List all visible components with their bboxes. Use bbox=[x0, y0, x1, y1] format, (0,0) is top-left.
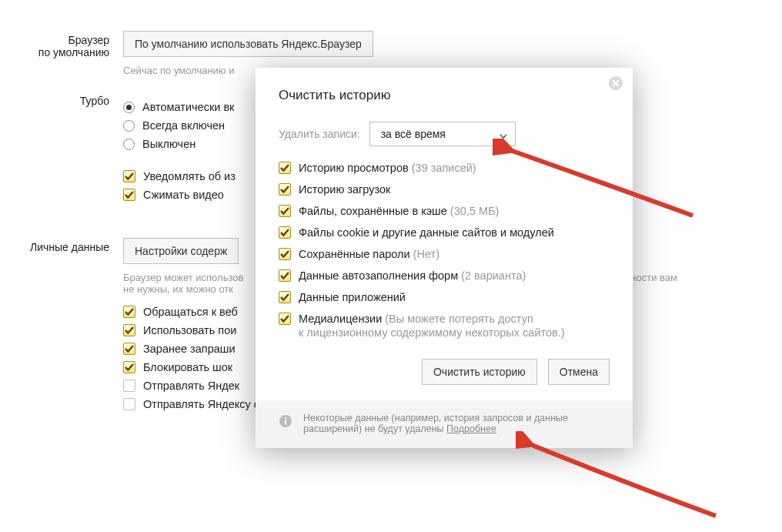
clear-items-list: Историю просмотров (39 записей)Историю з… bbox=[279, 162, 610, 339]
checkbox-icon bbox=[279, 313, 291, 325]
clear-item-label: Сохранённые пароли (Нет) bbox=[299, 248, 439, 260]
radio-label: Всегда включен bbox=[142, 119, 225, 132]
clear-history-modal: Очистить историю Удалить записи: за всё … bbox=[256, 68, 633, 448]
modal-title: Очистить историю bbox=[279, 88, 610, 103]
checkbox-icon bbox=[279, 291, 291, 303]
checkbox-icon bbox=[279, 205, 291, 217]
checkbox-icon bbox=[279, 248, 291, 260]
footer-text-body: Некоторые данные (например, история запр… bbox=[303, 413, 568, 434]
svg-rect-2 bbox=[285, 420, 286, 425]
checkbox-icon bbox=[279, 226, 291, 239]
radio-label: Выключен bbox=[142, 138, 196, 150]
clear-item[interactable]: Историю просмотров (39 записей) bbox=[279, 162, 610, 174]
checkbox-icon bbox=[123, 398, 135, 410]
label-default-browser: Браузер по умолчанию bbox=[0, 31, 123, 76]
modal-footer: Некоторые данные (например, история запр… bbox=[256, 400, 633, 448]
clear-history-button[interactable]: Очистить историю bbox=[422, 359, 537, 385]
time-range-label: Удалить записи: bbox=[279, 128, 360, 140]
clear-item-label: Файлы cookie и другие данные сайтов и мо… bbox=[299, 226, 554, 239]
clear-item[interactable]: Данные автозаполнения форм (2 варианта) bbox=[279, 269, 610, 282]
clear-item-label: Файлы, сохранённые в кэше (30,5 МБ) bbox=[299, 205, 499, 217]
info-icon bbox=[279, 414, 292, 428]
checkbox-icon bbox=[123, 343, 135, 355]
clear-item[interactable]: Данные приложений bbox=[279, 291, 610, 303]
radio-label: Автоматически вк bbox=[142, 101, 234, 113]
clear-item[interactable]: Медиалицензии (Вы можете потерять доступ… bbox=[279, 313, 610, 339]
clear-item-label: Историю загрузок bbox=[299, 183, 390, 196]
radio-icon bbox=[123, 102, 135, 113]
radio-icon bbox=[123, 120, 135, 132]
clear-item[interactable]: Файлы cookie и другие данные сайтов и мо… bbox=[279, 226, 610, 239]
clear-item-label: Медиалицензии (Вы можете потерять доступ… bbox=[299, 313, 565, 339]
close-icon[interactable] bbox=[608, 75, 623, 91]
check-label: Использовать пои bbox=[143, 324, 236, 336]
content-settings-button[interactable]: Настройки содерж bbox=[123, 238, 239, 264]
clear-item[interactable]: Сохранённые пароли (Нет) bbox=[279, 248, 610, 260]
check-label: Сжимать видео bbox=[143, 189, 224, 201]
checkbox-icon bbox=[123, 170, 135, 182]
checkbox-icon bbox=[279, 269, 291, 282]
cancel-button[interactable]: Отмена bbox=[548, 359, 610, 385]
check-label: Блокировать шок bbox=[143, 361, 232, 373]
learn-more-link[interactable]: Подробнее bbox=[446, 423, 496, 434]
check-label: Уведомлять об из bbox=[143, 170, 236, 182]
checkbox-icon bbox=[123, 361, 135, 373]
label-turbo: Турбо bbox=[0, 95, 123, 207]
clear-item-label: Историю просмотров (39 записей) bbox=[299, 162, 476, 174]
footer-text: Некоторые данные (например, история запр… bbox=[303, 413, 610, 434]
clear-item-label: Данные автозаполнения форм (2 варианта) bbox=[299, 269, 526, 282]
select-value: за всё время bbox=[381, 128, 446, 140]
check-label: Обращаться к веб bbox=[143, 306, 238, 318]
checkbox-icon bbox=[279, 162, 291, 174]
set-default-browser-button[interactable]: По умолчанию использовать Яндекс.Браузер bbox=[123, 31, 373, 57]
time-range-select[interactable]: за всё время bbox=[369, 122, 516, 146]
check-label: Отправлять Яндек bbox=[143, 380, 239, 392]
svg-rect-3 bbox=[285, 417, 286, 419]
modal-actions: Очистить историю Отмена bbox=[279, 359, 610, 385]
personal-hint-left: Браузер может использов не нужны, их мож… bbox=[123, 272, 243, 295]
clear-item[interactable]: Файлы, сохранённые в кэше (30,5 МБ) bbox=[279, 205, 610, 217]
label-personal: Личные данные bbox=[0, 238, 123, 417]
checkbox-icon bbox=[123, 306, 135, 318]
clear-item[interactable]: Историю загрузок bbox=[279, 183, 610, 196]
checkbox-icon bbox=[279, 183, 291, 196]
checkbox-icon bbox=[123, 324, 135, 336]
chevron-down-icon bbox=[500, 130, 507, 138]
time-range-row: Удалить записи: за всё время bbox=[279, 122, 610, 146]
radio-icon bbox=[123, 139, 135, 150]
clear-item-label: Данные приложений bbox=[299, 291, 406, 303]
checkbox-icon bbox=[123, 380, 135, 392]
check-label: Заранее запраши bbox=[143, 343, 236, 355]
checkbox-icon bbox=[123, 189, 135, 201]
